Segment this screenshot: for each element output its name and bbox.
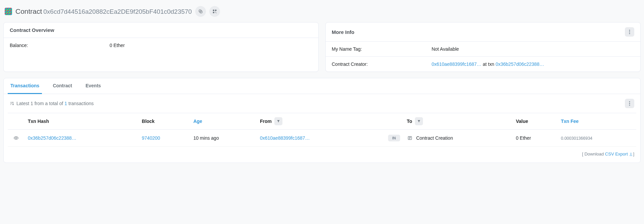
transactions-table: Txn Hash Block Age From To Value (8, 113, 636, 147)
copy-icon (198, 9, 203, 14)
export-left: [ Download (582, 151, 605, 156)
more-info-card: More Info My Name Tag: Not Available Con… (325, 22, 641, 72)
col-from-label: From (260, 119, 272, 124)
overview-card-header: Contract Overview (4, 23, 318, 38)
transactions-panel: Transactions Contract Events Latest 1 fr… (3, 78, 641, 163)
svg-rect-3 (215, 10, 216, 11)
svg-point-11 (629, 103, 630, 104)
tx-fee: 0.000301366934 (561, 136, 592, 141)
contract-address: 0x6cd7d44516a20882cEa2DE9f205bF401c0d235… (43, 8, 192, 15)
svg-point-7 (629, 30, 630, 31)
contract-identicon (5, 8, 12, 15)
moreinfo-title: More Info (332, 29, 355, 35)
vertical-dots-icon (629, 101, 630, 106)
at-txn-text: at txn (481, 61, 495, 67)
page-title: Contract (15, 7, 42, 15)
tx-menu-button[interactable] (625, 99, 634, 108)
col-value: Value (513, 113, 557, 130)
col-block: Block (139, 113, 190, 130)
nametag-row: My Name Tag: Not Available (326, 42, 640, 56)
copy-address-button[interactable] (195, 6, 206, 17)
creator-label: Contract Creator: (332, 61, 432, 67)
tabs: Transactions Contract Events (4, 78, 640, 94)
download-icon (629, 152, 633, 156)
tx-meta-suffix: transactions (67, 101, 94, 106)
tx-block-link[interactable]: 9740200 (142, 135, 160, 141)
view-tx-button[interactable] (12, 134, 20, 142)
creator-value: 0x610ae88399fc1687… at txn 0x36b257d06c2… (432, 61, 634, 67)
from-filter-button[interactable] (274, 117, 282, 125)
col-age-label: Age (193, 119, 202, 124)
tx-hash-link[interactable]: 0x36b257d06c22388… (28, 135, 76, 141)
export-right: ] (633, 151, 634, 156)
qr-code-button[interactable] (209, 6, 220, 17)
to-filter-button[interactable] (415, 117, 423, 125)
tx-from-link[interactable]: 0x610ae88399fc1687… (260, 135, 310, 141)
filter-icon (417, 120, 421, 123)
svg-point-12 (629, 105, 630, 106)
tx-meta-mid: from a total of (33, 101, 64, 106)
balance-value: 0 Ether (110, 43, 312, 48)
svg-rect-6 (216, 13, 216, 13)
nametag-label: My Name Tag: (332, 46, 432, 52)
filter-icon (277, 120, 280, 123)
csv-export-link[interactable]: CSV Export (605, 151, 633, 156)
col-from: From (257, 113, 373, 130)
tx-age: 10 mins ago (190, 130, 257, 147)
page-title-block: Contract 0x6cd7d44516a20882cEa2DE9f205bF… (15, 7, 192, 15)
col-eye (8, 113, 24, 130)
tx-to-text: Contract Creation (416, 135, 453, 141)
contract-creation-icon (407, 136, 413, 140)
col-fee-label: Txn Fee (561, 119, 579, 124)
info-cards-row: Contract Overview Balance: 0 Ether More … (3, 22, 641, 72)
contract-overview-card: Contract Overview Balance: 0 Ether (3, 22, 319, 72)
moreinfo-menu-button[interactable] (625, 27, 634, 37)
svg-point-8 (629, 32, 630, 33)
svg-rect-5 (215, 12, 216, 12)
eye-icon (13, 136, 19, 140)
tab-events[interactable]: Events (83, 78, 104, 94)
vertical-dots-icon (629, 30, 630, 34)
col-to-label: To (407, 119, 412, 124)
moreinfo-card-header: More Info (326, 23, 640, 42)
creator-address-link[interactable]: 0x610ae88399fc1687… (432, 61, 482, 67)
svg-rect-2 (213, 10, 214, 11)
col-age[interactable]: Age (190, 113, 257, 130)
creator-txn-link[interactable]: 0x36b257d06c22388… (495, 61, 544, 67)
svg-point-13 (15, 137, 17, 139)
tx-meta-row: Latest 1 from a total of 1 transactions (4, 94, 640, 113)
col-direction (373, 113, 404, 130)
nametag-value: Not Available (432, 46, 634, 52)
tx-meta-prefix: Latest (16, 101, 31, 106)
tab-transactions[interactable]: Transactions (8, 78, 42, 94)
tab-contract[interactable]: Contract (50, 78, 75, 94)
direction-badge: IN (388, 135, 400, 141)
export-row: [ Download CSV Export ] (4, 147, 640, 163)
svg-point-10 (629, 101, 630, 102)
col-txhash: Txn Hash (24, 113, 139, 130)
tx-value: 0 Ether (513, 130, 557, 147)
balance-label: Balance: (10, 43, 110, 48)
table-row: 0x36b257d06c22388… 9740200 10 mins ago 0… (8, 130, 636, 147)
col-to: To (404, 113, 513, 130)
svg-point-9 (629, 33, 630, 34)
tx-meta-count: 1 (31, 101, 33, 106)
col-fee[interactable]: Txn Fee (557, 113, 636, 130)
tx-meta-total[interactable]: 1 (64, 101, 67, 106)
balance-row: Balance: 0 Ether (4, 38, 318, 53)
sort-icon (10, 101, 14, 106)
creator-row: Contract Creator: 0x610ae88399fc1687… at… (326, 56, 640, 72)
svg-rect-4 (213, 12, 214, 13)
qr-icon (212, 9, 217, 14)
overview-title: Contract Overview (10, 27, 54, 33)
page-header: Contract 0x6cd7d44516a20882cEa2DE9f205bF… (3, 3, 641, 22)
